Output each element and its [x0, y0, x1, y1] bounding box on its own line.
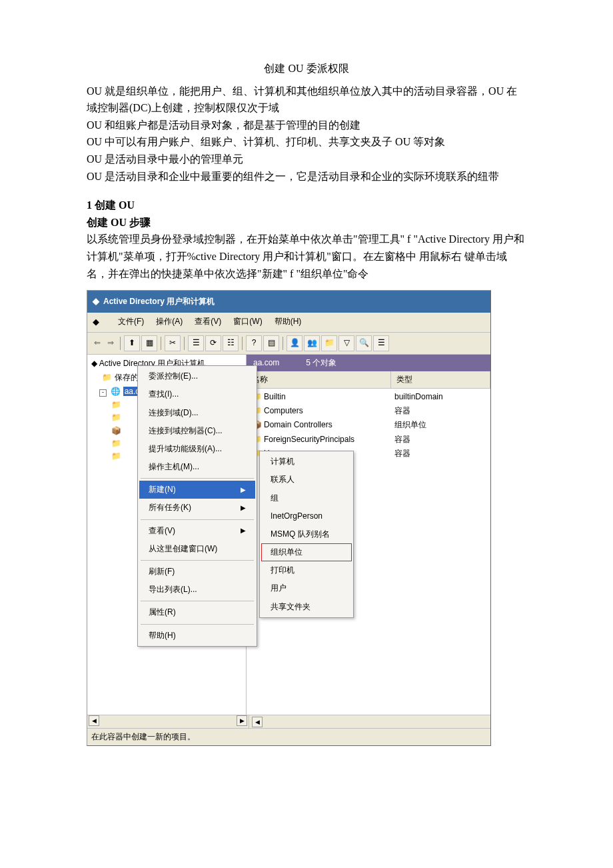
sub-group[interactable]: 组 — [261, 489, 352, 507]
intro-line-5: OU 是活动目录和企业中最重要的组件之一，它是活动目录和企业的实际环境联系的纽带 — [87, 168, 526, 185]
toolbar-user1-icon[interactable]: 👤 — [287, 335, 303, 351]
ctx-properties[interactable]: 属性(R) — [139, 603, 255, 621]
screenshot-ad-users: ◆ Active Directory 用户和计算机 ◆ 文件(F) 操作(A) … — [87, 290, 491, 746]
toolbar-folder-icon[interactable]: 📁 — [321, 335, 337, 351]
sub-shared-folder[interactable]: 共享文件夹 — [261, 598, 352, 616]
folder-icon: 📁 — [111, 451, 121, 461]
toolbar-cut-icon[interactable]: ✂ — [165, 335, 181, 351]
ctx-connect-domain[interactable]: 连接到域(D)... — [139, 404, 255, 422]
doc-title: 创建 OU 委派权限 — [87, 60, 526, 77]
toolbar-show-icon[interactable]: ▦ — [141, 335, 157, 351]
sub-ou[interactable]: 组织单位 — [261, 543, 352, 561]
col-type[interactable]: 类型 — [391, 371, 490, 388]
intro-line-4: OU 是活动目录中最小的管理单元 — [87, 151, 526, 168]
intro-line-3: OU 中可以有用户账户、组账户、计算机、打印机、共享文夹及子 OU 等对象 — [87, 133, 526, 151]
list-header: 名称 类型 — [247, 371, 490, 389]
col-name[interactable]: 名称 — [247, 371, 391, 388]
toolbar-list-icon[interactable]: ▤ — [263, 335, 279, 351]
sub-computer[interactable]: 计算机 — [261, 453, 352, 471]
menu-action[interactable]: 操作(A) — [156, 315, 183, 329]
toolbar-filter-icon[interactable]: ▽ — [338, 335, 354, 351]
ou-icon: 📦 — [111, 426, 121, 435]
toolbar-user2-icon[interactable]: 👥 — [304, 335, 320, 351]
window-title: Active Directory 用户和计算机 — [103, 295, 215, 308]
chevron-right-icon: ▶ — [241, 485, 246, 495]
nav-back-icon[interactable]: ⇐ — [91, 337, 103, 349]
menu-file[interactable]: 文件(F) — [118, 315, 144, 329]
app-small-icon: ◆ — [93, 315, 99, 329]
folder-icon: 📁 — [111, 439, 121, 448]
new-submenu: 计算机 联系人 组 InetOrgPerson MSMQ 队列别名 组织单位 打… — [259, 451, 354, 618]
toolbar-action-icon[interactable]: ☰ — [373, 335, 389, 351]
scroll-area: ◀ ▶ ◀ — [87, 715, 490, 728]
list-row[interactable]: 📁Computers 容器 — [247, 404, 490, 418]
section-1-subheading: 创建 OU 步骤 — [87, 214, 526, 231]
nav-forward-icon[interactable]: ⇒ — [105, 337, 117, 349]
ctx-view[interactable]: 查看(V)▶ — [139, 522, 255, 540]
menu-view[interactable]: 查看(V) — [195, 315, 221, 329]
app-icon: ◆ — [93, 295, 99, 309]
ctx-ops-master[interactable]: 操作主机(M)... — [139, 458, 255, 476]
ctx-delegate[interactable]: 委派控制(E)... — [139, 367, 255, 385]
scroll-left-icon[interactable]: ◀ — [89, 715, 99, 726]
list-row[interactable]: 📁ForeignSecurityPrincipals 容器 — [247, 433, 490, 447]
section-1-heading: 1 创建 OU — [87, 197, 526, 214]
toolbar-help-icon[interactable]: ? — [246, 335, 262, 351]
list-row[interactable]: 📦Domain Controllers 组织单位 — [247, 418, 490, 432]
context-menu: 委派控制(E)... 查找(I)... 连接到域(D)... 连接到域控制器(C… — [137, 365, 257, 647]
list-status: aa.com 5 个对象 — [247, 355, 490, 371]
toolbar: ⇐ ⇒ ⬆ ▦ ✂ ☰ ⟳ ☷ ? ▤ 👤 👥 📁 ▽ 🔍 ☰ — [87, 333, 490, 355]
chevron-right-icon: ▶ — [241, 503, 246, 513]
toolbar-find-icon[interactable]: 🔍 — [356, 335, 372, 351]
ctx-find[interactable]: 查找(I)... — [139, 385, 255, 403]
ctx-refresh[interactable]: 刷新(F) — [139, 563, 255, 581]
ctx-new-window[interactable]: 从这里创建窗口(W) — [139, 540, 255, 558]
list-row[interactable]: 📁Builtin builtinDomain — [247, 390, 490, 404]
sub-printer[interactable]: 打印机 — [261, 561, 352, 579]
menubar: ◆ 文件(F) 操作(A) 查看(V) 窗口(W) 帮助(H) — [87, 313, 490, 333]
scroll-left-icon[interactable]: ◀ — [252, 717, 263, 727]
expand-minus-icon[interactable]: - — [99, 389, 107, 397]
menu-help[interactable]: 帮助(H) — [275, 315, 302, 329]
toolbar-props-icon[interactable]: ☰ — [188, 335, 204, 351]
ctx-export[interactable]: 导出列表(L)... — [139, 581, 255, 599]
chevron-right-icon: ▶ — [241, 525, 246, 536]
status-count: 5 个对象 — [306, 357, 336, 369]
sub-contact[interactable]: 联系人 — [261, 471, 352, 489]
folder-icon: 📁 — [111, 413, 121, 422]
sub-inetorgperson[interactable]: InetOrgPerson — [261, 507, 352, 525]
ctx-all-tasks[interactable]: 所有任务(K)▶ — [139, 499, 255, 517]
sub-msmq[interactable]: MSMQ 队列别名 — [261, 525, 352, 543]
intro-line-1: OU 就是组织单位，能把用户、组、计算机和其他组织单位放入其中的活动目录容器，O… — [87, 83, 526, 117]
menu-window[interactable]: 窗口(W) — [233, 315, 262, 329]
ctx-new[interactable]: 新建(N)▶ — [139, 481, 255, 499]
toolbar-refresh-icon[interactable]: ⟳ — [205, 335, 221, 351]
ctx-help[interactable]: 帮助(H) — [139, 627, 255, 645]
folder-icon: 📁 — [102, 373, 112, 382]
section-1-steps: 以系统管理员身份登录域控制器，在开始菜单中依次单击"管理工具" f "Activ… — [87, 231, 526, 282]
globe-icon: 🌐 — [111, 387, 121, 396]
toolbar-up-icon[interactable]: ⬆ — [124, 335, 140, 351]
ctx-raise-level[interactable]: 提升域功能级别(A)... — [139, 440, 255, 458]
folder-icon: 📁 — [111, 400, 121, 409]
ctx-connect-dc[interactable]: 连接到域控制器(C)... — [139, 422, 255, 440]
toolbar-export-icon[interactable]: ☷ — [223, 335, 239, 351]
scroll-right-icon[interactable]: ▶ — [237, 715, 247, 726]
window-titlebar: ◆ Active Directory 用户和计算机 — [87, 291, 490, 313]
intro-line-2: OU 和组账户都是活动目录对象，都是基于管理的目的创建 — [87, 117, 526, 134]
intro-block: OU 就是组织单位，能把用户、组、计算机和其他组织单位放入其中的活动目录容器，O… — [87, 83, 526, 185]
statusbar: 在此容器中创建一新的项目。 — [87, 728, 490, 745]
sub-user[interactable]: 用户 — [261, 579, 352, 597]
